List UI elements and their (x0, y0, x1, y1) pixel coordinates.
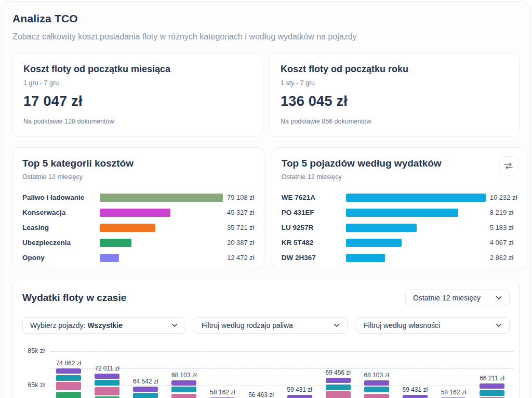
stacked-bar-segment (171, 394, 196, 398)
top-vehicles-card: Top 5 pojazdów według wydatków Ostatnie … (272, 147, 527, 269)
period-dropdown[interactable]: Ostatnie 12 miesięcy (405, 290, 510, 306)
bar-value-label: 2 862 zł (490, 254, 514, 262)
fuel-type-filter-dropdown[interactable]: Filtruj według rodzaju paliwa (194, 317, 348, 334)
category-label: Paliwo i ładowanie (22, 194, 100, 201)
stacked-bar-segment (56, 392, 81, 398)
bar (100, 224, 155, 232)
bar (346, 239, 402, 247)
month-cost-card: Koszt floty od początku miesiąca 1 gru -… (12, 53, 262, 137)
expenses-header: Wydatki floty w czasie Ostatnie 12 miesi… (22, 290, 510, 306)
vehicle-filter-dropdown[interactable]: Wybierz pojazdy: Wszystkie (22, 317, 185, 334)
vehicle-filter-label: Wybierz pojazdy: Wszystkie (30, 321, 123, 330)
stacked-bar-segment (133, 393, 158, 398)
stacked-bar-segment (56, 375, 81, 381)
stacked-bar-segment (133, 387, 158, 392)
stacked-bar-segment (326, 378, 351, 383)
stacked-bar-segment (326, 391, 351, 398)
stacked-bar-segment (364, 387, 389, 392)
stacked-bar (56, 368, 81, 398)
stacked-bar-segment (364, 394, 389, 398)
bar (346, 194, 486, 202)
stacked-bar-segment (403, 395, 428, 398)
category-label: PO 431EF (282, 209, 346, 216)
bar (346, 209, 458, 217)
stacked-bar-segment (56, 368, 81, 374)
stacked-bar-total-label: 64 542 zł (123, 378, 168, 385)
stacked-bar-total-label: 72 011 zł (85, 365, 129, 372)
chevron-down-icon (496, 323, 502, 327)
stacked-bar-total-label: 69 456 zł (316, 369, 361, 376)
expenses-over-time-card: Wydatki floty w czasie Ostatnie 12 miesi… (12, 280, 520, 398)
category-label: Opony (22, 254, 100, 262)
chart-row: Opony12 472 zł (22, 250, 255, 265)
top-vehicles-chart: WE 7621A10 232 złPO 431EF8 219 złLU 9257… (282, 190, 517, 265)
category-label: Konserwacja (22, 209, 100, 216)
year-cost-note: Na podstawie 856 dokumentów (281, 118, 509, 125)
stacked-bar (480, 383, 504, 398)
top-vehicles-title: Top 5 pojazdów według wydatków (282, 158, 517, 169)
fuel-type-filter-label: Filtruj według rodzaju paliwa (202, 321, 293, 330)
category-label: Ubezpieczenia (22, 239, 100, 246)
bar (346, 254, 385, 262)
stacked-bar-total-label: 58 162 zł (431, 389, 476, 396)
bar-track (346, 224, 486, 232)
stacked-bar-segment (480, 390, 504, 396)
month-cost-period: 1 gru - 7 gru (23, 79, 251, 87)
chart-row: WE 7621A10 232 zł (282, 190, 517, 205)
stacked-bar-segment (56, 382, 81, 390)
stacked-bar-segment (326, 385, 351, 390)
bar-value-label: 12 472 zł (227, 254, 255, 262)
category-label: WE 7621A (282, 194, 346, 201)
chart-row: Leasing35 721 zł (22, 220, 255, 235)
stacked-bar-total-label: 68 103 zł (162, 372, 206, 379)
top-categories-card: Top 5 kategorii kosztów Ostatnie 12 mies… (12, 147, 264, 269)
stacked-bar-total-label: 66 211 zł (470, 375, 514, 382)
stacked-bar-segment (171, 380, 196, 386)
year-cost-amount: 136 045 zł (281, 93, 509, 109)
stacked-bar (171, 380, 196, 398)
chevron-down-icon (171, 323, 178, 327)
bar-value-label: 35 721 zł (227, 224, 255, 231)
swap-arrows-icon (504, 162, 513, 170)
ownership-filter-label: Filtruj według własności (364, 321, 440, 330)
category-label: LU 9257R (282, 224, 346, 231)
month-cost-title: Koszt floty od początku miesiąca (23, 64, 251, 75)
chart-row: PO 431EF8 219 zł (282, 205, 517, 220)
bar-value-label: 20 387 zł (227, 239, 255, 246)
top5-row: Top 5 kategorii kosztów Ostatnie 12 mies… (12, 147, 520, 269)
stacked-bar (403, 395, 428, 398)
gridline (50, 351, 513, 352)
swap-sort-button[interactable] (499, 156, 518, 175)
category-label: DW 2H367 (282, 254, 346, 262)
chart-row: Konserwacja45 327 zł (22, 205, 255, 220)
bar-track (346, 194, 486, 202)
stacked-bar-segment (95, 374, 119, 379)
month-cost-amount: 17 047 zł (23, 93, 251, 109)
stacked-bar-segment (287, 395, 312, 398)
ownership-filter-dropdown[interactable]: Filtruj według własności (356, 317, 510, 334)
period-dropdown-value: Ostatnie 12 miesięcy (413, 294, 481, 302)
stacked-bar-segment (480, 383, 504, 389)
year-cost-card: Koszt floty od początku roku 1 sty - 7 g… (270, 53, 520, 137)
top-categories-title: Top 5 kategorii kosztów (22, 158, 255, 169)
top-vehicles-subtitle: Ostatnie 12 miesięcy (282, 173, 517, 181)
bar (100, 209, 170, 217)
chevron-down-icon (334, 323, 340, 327)
bar-track (100, 254, 223, 262)
top-categories-subtitle: Ostatnie 12 miesięcy (22, 173, 255, 181)
year-cost-period: 1 sty - 7 gru (281, 79, 509, 87)
gridline (50, 386, 513, 386)
page-title: Analiza TCO (12, 12, 520, 25)
chevron-down-icon (496, 296, 502, 300)
filters-row: Wybierz pojazdy: Wszystkie Filtruj wedłu… (22, 317, 510, 334)
bar-value-label: 45 327 zł (227, 209, 255, 216)
bar-track (346, 239, 486, 247)
vehicle-filter-value: Wszystkie (87, 321, 123, 330)
bar-value-label: 4 067 zł (490, 239, 514, 246)
chart-row: Paliwo i ładowanie79 108 zł (22, 190, 255, 205)
bar-value-label: 5 183 zł (490, 224, 514, 231)
gridline (50, 368, 513, 369)
top-categories-chart: Paliwo i ładowanie79 108 złKonserwacja45… (22, 190, 255, 265)
category-label: Leasing (22, 224, 100, 231)
tco-analysis-panel: Analiza TCO Zobacz całkowity koszt posia… (2, 2, 530, 398)
